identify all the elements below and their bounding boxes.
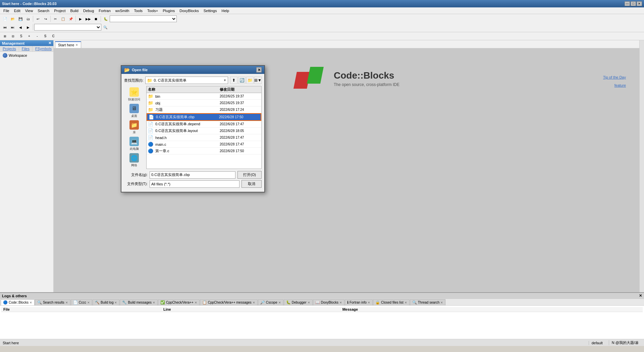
file-item-obj[interactable]: 📁 obj 2022/6/25 19:37 xyxy=(147,100,261,106)
cscope-tab-close[interactable]: ✕ xyxy=(278,301,281,304)
minimize-button[interactable]: — xyxy=(625,1,630,6)
debugger-tab-close[interactable]: ✕ xyxy=(308,301,310,304)
log-tab-closed-files[interactable]: 🔒 Closed files list ✕ xyxy=(373,299,410,305)
menu-item-file[interactable]: File xyxy=(1,8,11,13)
management-tab-fsymbols[interactable]: FSymbols xyxy=(33,46,55,51)
build-messages-tab-close[interactable]: ✕ xyxy=(153,301,155,304)
menu-item-build[interactable]: Build xyxy=(68,8,80,13)
shortcut-network[interactable]: 🌐 网络 xyxy=(129,153,139,168)
undo-button[interactable]: ↩ xyxy=(34,15,42,23)
cppcheck-tab-close[interactable]: ✕ xyxy=(195,301,197,304)
filetype-input[interactable] xyxy=(150,180,239,188)
run-button[interactable]: ▶▶ xyxy=(85,15,92,23)
feature-link[interactable]: feature xyxy=(614,83,626,87)
build-log-tab-close[interactable]: ✕ xyxy=(114,301,117,304)
build-button[interactable]: ▶ xyxy=(77,15,84,23)
file-item-mainc[interactable]: 🔵 main.c 2022/6/28 17:47 xyxy=(147,141,261,148)
shortcut-computer[interactable]: 💻 此电脑 xyxy=(129,137,139,151)
log-tab-build-log[interactable]: 🔨 Build log ✕ xyxy=(93,299,119,305)
file-item-bin[interactable]: 📁 bin 2022/6/25 19:37 xyxy=(147,93,261,100)
shortcut-desktop[interactable]: 🖥 桌面 xyxy=(129,104,139,118)
cppcheck-msgs-tab-close[interactable]: ✕ xyxy=(253,301,255,304)
tab-start-here-close[interactable]: ✕ xyxy=(75,43,78,47)
shortcut-quick-access[interactable]: ⭐ 快速访问 xyxy=(128,87,140,102)
menu-item-tools+[interactable]: Tools+ xyxy=(145,8,160,13)
find-button[interactable]: 🔍 xyxy=(102,24,109,31)
logs-close-icon[interactable]: ✕ xyxy=(639,294,642,298)
fold-button[interactable]: S xyxy=(17,33,25,40)
fortran-info-tab-close[interactable]: ✕ xyxy=(368,301,370,304)
copy-button[interactable]: 📋 xyxy=(59,15,67,23)
log-tab-cccc[interactable]: 📄 Cccc ✕ xyxy=(71,299,92,305)
bookmark-prev-button[interactable]: ⏮ xyxy=(1,24,9,31)
menu-item-project[interactable]: Project xyxy=(52,8,67,13)
log-tab-cppcheck[interactable]: ✅ CppCheck/Vera++ ✕ xyxy=(158,299,200,305)
menu-item-tools[interactable]: Tools xyxy=(132,8,145,13)
file-item-cbp[interactable]: 📄 0.C语言其实很简单.cbp 2022/6/28 17:50 xyxy=(147,113,261,121)
paste-button[interactable]: 📌 xyxy=(67,15,74,23)
management-close-icon[interactable]: ✕ xyxy=(48,41,51,45)
thread-search-tab-close[interactable]: ✕ xyxy=(440,301,443,304)
menu-item-view[interactable]: View xyxy=(23,8,35,13)
new-button[interactable]: 📄 xyxy=(1,15,9,23)
file-item-chapter1[interactable]: 🔵 第一章.c 2022/6/28 17:50 xyxy=(147,148,261,155)
dialog-refresh-button[interactable]: 🔄 xyxy=(238,77,246,84)
tab-start-here[interactable]: Start here ✕ xyxy=(55,41,81,48)
save-all-button[interactable]: 🗂 xyxy=(24,15,32,23)
file-item-xiti[interactable]: 📁 习题 2022/6/28 17:24 xyxy=(147,106,261,113)
log-tab-fortran-info[interactable]: ℹ Fortran info ✕ xyxy=(345,299,373,305)
log-tab-cscope[interactable]: 🔎 Cscope ✕ xyxy=(258,299,283,305)
indent-button[interactable]: ⊞ xyxy=(1,33,9,40)
menu-item-edit[interactable]: Edit xyxy=(12,8,22,13)
bookmark-next-button[interactable]: ⏭ xyxy=(9,24,16,31)
maximize-button[interactable]: □ xyxy=(631,1,636,6)
codeblocks-tab-close[interactable]: ✕ xyxy=(30,301,32,304)
jump-fwd-button[interactable]: ▶ xyxy=(24,24,32,31)
shortcut-library[interactable]: 📁 库 xyxy=(129,120,139,135)
menu-item-doxyblocks[interactable]: DoxyBlocks xyxy=(177,8,201,13)
zoom-out-button[interactable]: - xyxy=(34,33,41,40)
doxyblocks-tab-close[interactable]: ✕ xyxy=(339,301,342,304)
location-combo[interactable]: 📁 0. C语言其实很简单 ▼ xyxy=(145,77,228,84)
right-scrollbar[interactable] xyxy=(639,40,644,292)
filename-input[interactable] xyxy=(150,171,235,179)
menu-item-settings[interactable]: Settings xyxy=(202,8,219,13)
log-tab-codeblocks[interactable]: 🔵 Code::Blocks ✕ xyxy=(1,299,35,305)
file-item-depend[interactable]: 📄 0.C语言其实很简单.depend 2022/6/28 17:47 xyxy=(147,121,261,128)
menu-item-fortran[interactable]: Fortran xyxy=(97,8,112,13)
dialog-up-button[interactable]: ⬆ xyxy=(230,77,237,84)
menu-item-wxsmith[interactable]: wxSmith xyxy=(113,8,131,13)
jump-back-button[interactable]: ◀ xyxy=(17,24,24,31)
menu-item-help[interactable]: Help xyxy=(219,8,231,13)
stop-button[interactable]: ⏹ xyxy=(92,15,100,23)
redo-button[interactable]: ↪ xyxy=(42,15,49,23)
debug-button[interactable]: 🐛 xyxy=(102,15,109,23)
cut-button[interactable]: ✂ xyxy=(52,15,59,23)
management-tab-files[interactable]: Files xyxy=(19,46,33,51)
tip-of-day-link[interactable]: Tip of the Day xyxy=(603,75,626,79)
file-item-layout[interactable]: 📄 0.C语言其实很简单.layout 2022/6/28 18:05 xyxy=(147,128,261,134)
log-tab-thread-search[interactable]: 🔍 Thread search ✕ xyxy=(410,299,445,305)
dialog-new-folder-button[interactable]: 📁 xyxy=(246,77,254,84)
search-results-tab-close[interactable]: ✕ xyxy=(65,301,68,304)
dialog-view-button[interactable]: ⊞▼ xyxy=(254,77,262,84)
plugin-button[interactable]: C xyxy=(50,33,57,40)
workspace-item[interactable]: Workspace xyxy=(0,52,53,59)
cancel-button[interactable]: 取消 xyxy=(241,180,262,188)
unindent-button[interactable]: ⊟ xyxy=(9,33,17,40)
zoom-in-button[interactable]: + xyxy=(25,33,33,40)
target-combo[interactable] xyxy=(110,15,177,22)
close-button[interactable]: ✕ xyxy=(637,1,642,6)
management-tab-projects[interactable]: Projects xyxy=(0,46,19,51)
dialog-close-button[interactable]: ✕ xyxy=(256,67,262,73)
log-tab-build-messages[interactable]: 🔧 Build messages ✕ xyxy=(120,299,158,305)
closed-files-tab-close[interactable]: ✕ xyxy=(405,301,407,304)
log-tab-doxyblocks[interactable]: 📖 DoxyBlocks ✕ xyxy=(313,299,344,305)
open-file-button[interactable]: 打开(O) xyxy=(237,171,262,179)
log-tab-debugger[interactable]: 🐛 Debugger ✕ xyxy=(284,299,313,305)
log-tab-search-results[interactable]: 🔍 Search results ✕ xyxy=(35,299,70,305)
file-item-headh[interactable]: 📄 head.h 2022/6/28 17:47 xyxy=(147,134,261,141)
abbrev-button[interactable]: S xyxy=(42,33,49,40)
log-tab-cppcheck-msgs[interactable]: 📋 CppCheck/Vera++ messages ✕ xyxy=(200,299,258,305)
menu-item-search[interactable]: Search xyxy=(36,8,51,13)
